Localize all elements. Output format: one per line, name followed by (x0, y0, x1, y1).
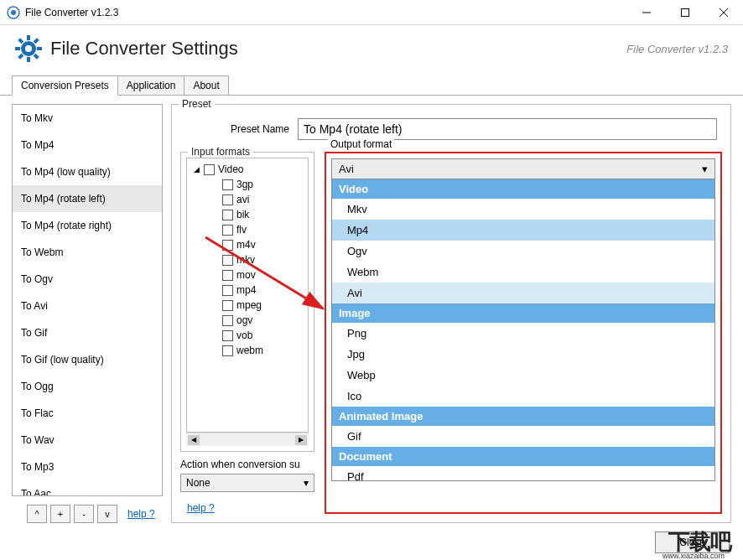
tree-item[interactable]: 3gp (219, 177, 308, 192)
checkbox[interactable] (222, 330, 233, 341)
dropdown-option[interactable]: Pdf (332, 466, 714, 481)
checkbox[interactable] (222, 179, 233, 190)
tree-item[interactable]: mov (219, 267, 308, 283)
tree-item[interactable]: bik (219, 207, 308, 222)
preset-name-input[interactable] (298, 118, 717, 140)
svg-rect-12 (18, 54, 23, 60)
checkbox[interactable] (222, 285, 233, 296)
tree-item[interactable]: flv (219, 222, 308, 237)
input-formats-tree[interactable]: ◢ Video 3gpavibikflvm4vmkvmovmp4mpegogvv… (186, 158, 309, 433)
dropdown-option[interactable]: Gif (332, 426, 714, 447)
checkbox[interactable] (222, 255, 233, 266)
dropdown-group-header: Video (332, 179, 714, 199)
preset-item[interactable]: To Avi (13, 293, 162, 319)
tree-root-label: Video (218, 163, 243, 175)
dropdown-option[interactable]: Ogv (332, 241, 714, 262)
dropdown-group-header: Animated Image (332, 407, 714, 426)
tree-root-video[interactable]: ◢ Video (192, 162, 308, 177)
svg-rect-13 (18, 38, 23, 44)
output-format-highlight: Avi ▾ VideoMkvMp4OgvWebmAviImagePngJpgWe… (325, 152, 722, 514)
tree-item-label: vob (236, 329, 252, 341)
preset-add-button[interactable]: + (50, 505, 70, 523)
close-button[interactable]: Close (655, 531, 730, 553)
preset-item[interactable]: To Ogg (13, 373, 162, 400)
checkbox-video[interactable] (204, 164, 215, 175)
maximize-button[interactable] (666, 0, 704, 25)
tree-item[interactable]: webm (219, 343, 308, 358)
dropdown-option[interactable]: Jpg (332, 344, 714, 365)
tree-item-label: webm (236, 345, 263, 356)
tree-item[interactable]: ogv (219, 313, 308, 328)
output-format-dropdown[interactable]: VideoMkvMp4OgvWebmAviImagePngJpgWebpIcoA… (331, 179, 715, 481)
checkbox[interactable] (222, 315, 233, 326)
checkbox[interactable] (222, 240, 233, 251)
dropdown-option[interactable]: Mkv (332, 199, 714, 220)
dropdown-option[interactable]: Avi (332, 283, 714, 303)
dropdown-option[interactable]: Ico (332, 386, 714, 407)
checkbox[interactable] (222, 300, 233, 311)
close-window-button[interactable] (704, 0, 743, 25)
preset-item[interactable]: To Gif (13, 319, 162, 346)
preset-editor: Preset Preset Name Input formats ◢ (171, 104, 731, 523)
tree-item-label: ogv (236, 314, 252, 326)
preset-item[interactable]: To Mkv (13, 105, 162, 132)
tree-item[interactable]: mkv (219, 252, 308, 267)
dropdown-option[interactable]: Webm (332, 262, 714, 283)
preset-item[interactable]: To Ogv (13, 266, 162, 293)
tree-item[interactable]: m4v (219, 237, 308, 252)
tree-item[interactable]: mp4 (219, 283, 308, 298)
preset-item[interactable]: To Mp4 (rotate left) (13, 185, 162, 212)
horizontal-scrollbar[interactable]: ◀ ▶ (186, 433, 309, 446)
output-format-selected: Avi (339, 163, 354, 175)
tree-item-label: bik (236, 209, 249, 220)
preset-item[interactable]: To Mp4 (rotate right) (13, 212, 162, 239)
preset-name-row: Preset Name (231, 118, 722, 140)
dropdown-option[interactable]: Png (332, 323, 714, 344)
dropdown-option[interactable]: Mp4 (332, 220, 714, 241)
preset-item[interactable]: To Flac (13, 400, 162, 427)
preset-list[interactable]: To MkvTo Mp4To Mp4 (low quality)To Mp4 (… (12, 104, 163, 496)
app-title: File Converter v1.2.3 (25, 7, 627, 18)
minimize-button[interactable] (627, 0, 666, 25)
version-label: File Converter v1.2.3 (626, 43, 728, 55)
checkbox[interactable] (222, 225, 233, 236)
page-title: File Converter Settings (50, 38, 626, 60)
dropdown-option[interactable]: Webp (332, 365, 714, 386)
preset-item[interactable]: To Aac (13, 480, 162, 496)
preset-move-up-button[interactable]: ^ (27, 505, 47, 523)
input-formats-label: Input formats (188, 146, 253, 158)
preset-move-down-button[interactable]: v (97, 505, 117, 523)
tab-conversion-presets[interactable]: Conversion Presets (12, 75, 118, 96)
tree-item-label: mov (236, 269, 256, 281)
preset-item[interactable]: To Wav (13, 427, 162, 454)
main-content: To MkvTo Mp4To Mp4 (low quality)To Mp4 (… (0, 96, 743, 531)
action-when-select[interactable]: None ▾ (180, 474, 314, 492)
scroll-right-icon[interactable]: ▶ (295, 435, 307, 445)
tree-item[interactable]: mpeg (219, 298, 308, 313)
svg-point-15 (25, 45, 32, 52)
checkbox[interactable] (222, 270, 233, 281)
svg-point-1 (11, 10, 16, 15)
help-link-input[interactable]: help ? (187, 502, 314, 514)
output-format-combobox[interactable]: Avi ▾ (331, 158, 715, 179)
preset-remove-button[interactable]: - (74, 505, 94, 523)
tab-application[interactable]: Application (117, 75, 185, 96)
preset-item[interactable]: To Mp3 (13, 454, 162, 480)
tree-item[interactable]: avi (219, 192, 308, 207)
checkbox[interactable] (222, 345, 233, 356)
scroll-left-icon[interactable]: ◀ (188, 435, 200, 445)
dialog-footer: Close (655, 531, 730, 553)
caret-icon[interactable]: ◢ (192, 165, 200, 174)
preset-item[interactable]: To Webm (13, 239, 162, 266)
checkbox[interactable] (222, 210, 233, 220)
preset-list-column: To MkvTo Mp4To Mp4 (low quality)To Mp4 (… (12, 104, 163, 523)
help-link[interactable]: help ? (127, 508, 155, 520)
action-when-value: None (186, 477, 210, 489)
preset-item[interactable]: To Mp4 (13, 132, 162, 158)
preset-item[interactable]: To Mp4 (low quality) (13, 158, 162, 185)
preset-item[interactable]: To Gif (low quality) (13, 346, 162, 373)
preset-name-label: Preset Name (231, 123, 289, 135)
tab-about[interactable]: About (184, 75, 228, 96)
checkbox[interactable] (222, 194, 233, 205)
tree-item[interactable]: vob (219, 328, 308, 343)
